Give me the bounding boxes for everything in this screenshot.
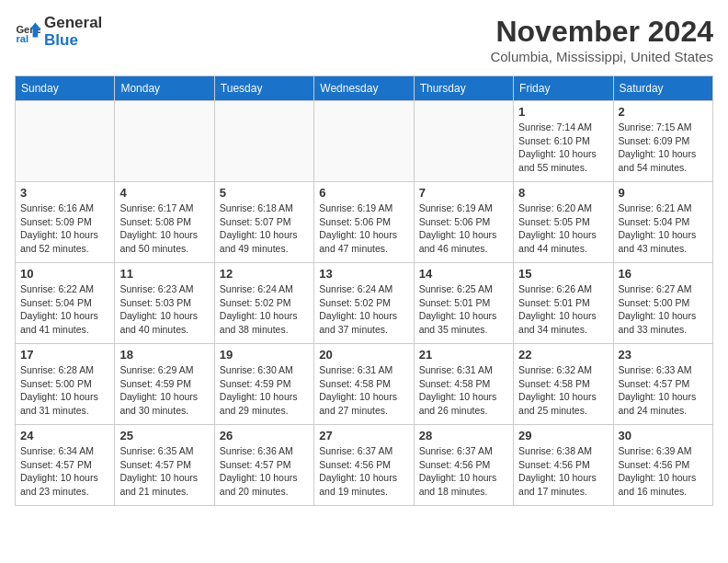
calendar-cell: 29Sunrise: 6:38 AMSunset: 4:56 PMDayligh… bbox=[514, 425, 613, 506]
calendar-cell: 2Sunrise: 7:15 AMSunset: 6:09 PMDaylight… bbox=[613, 101, 712, 182]
calendar-cell: 3Sunrise: 6:16 AMSunset: 5:09 PMDaylight… bbox=[16, 182, 115, 263]
day-number: 28 bbox=[419, 429, 508, 442]
day-info: Sunrise: 6:21 AMSunset: 5:04 PMDaylight:… bbox=[619, 201, 708, 256]
day-info: Sunrise: 6:19 AMSunset: 5:06 PMDaylight:… bbox=[319, 201, 408, 256]
calendar-cell: 5Sunrise: 6:18 AMSunset: 5:07 PMDaylight… bbox=[214, 182, 313, 263]
day-number: 16 bbox=[619, 267, 708, 281]
day-number: 8 bbox=[518, 186, 608, 200]
calendar-cell: 24Sunrise: 6:34 AMSunset: 4:57 PMDayligh… bbox=[16, 425, 115, 506]
day-info: Sunrise: 6:27 AMSunset: 5:00 PMDaylight:… bbox=[619, 282, 708, 337]
week-row: 24Sunrise: 6:34 AMSunset: 4:57 PMDayligh… bbox=[16, 425, 713, 506]
calendar-cell: 15Sunrise: 6:26 AMSunset: 5:01 PMDayligh… bbox=[514, 263, 613, 344]
calendar-cell: 25Sunrise: 6:35 AMSunset: 4:57 PMDayligh… bbox=[115, 425, 214, 506]
day-number: 17 bbox=[20, 348, 109, 362]
calendar-cell bbox=[115, 101, 214, 182]
calendar-cell bbox=[16, 101, 115, 182]
calendar-cell: 19Sunrise: 6:30 AMSunset: 4:59 PMDayligh… bbox=[214, 344, 313, 425]
day-info: Sunrise: 6:33 AMSunset: 4:57 PMDaylight:… bbox=[619, 363, 708, 418]
calendar-cell: 22Sunrise: 6:32 AMSunset: 4:58 PMDayligh… bbox=[514, 344, 613, 425]
day-info: Sunrise: 6:36 AMSunset: 4:57 PMDaylight:… bbox=[220, 444, 309, 499]
week-row: 17Sunrise: 6:28 AMSunset: 5:00 PMDayligh… bbox=[16, 344, 713, 425]
day-number: 7 bbox=[419, 186, 508, 200]
calendar-cell bbox=[314, 101, 414, 182]
calendar: SundayMondayTuesdayWednesdayThursdayFrid… bbox=[15, 75, 713, 506]
calendar-cell: 9Sunrise: 6:21 AMSunset: 5:04 PMDaylight… bbox=[613, 182, 712, 263]
day-of-week-header: Tuesday bbox=[214, 76, 313, 101]
day-info: Sunrise: 7:14 AMSunset: 6:10 PMDaylight:… bbox=[518, 121, 608, 175]
day-number: 15 bbox=[518, 267, 608, 281]
calendar-cell: 23Sunrise: 6:33 AMSunset: 4:57 PMDayligh… bbox=[613, 344, 712, 425]
calendar-cell: 8Sunrise: 6:20 AMSunset: 5:05 PMDaylight… bbox=[514, 182, 613, 263]
day-info: Sunrise: 6:28 AMSunset: 5:00 PMDaylight:… bbox=[20, 363, 109, 418]
svg-text:ral: ral bbox=[16, 33, 28, 44]
day-number: 18 bbox=[119, 348, 209, 362]
day-info: Sunrise: 7:15 AMSunset: 6:09 PMDaylight:… bbox=[619, 121, 708, 175]
calendar-cell: 4Sunrise: 6:17 AMSunset: 5:08 PMDaylight… bbox=[115, 182, 214, 263]
day-number: 2 bbox=[619, 105, 708, 119]
day-info: Sunrise: 6:24 AMSunset: 5:02 PMDaylight:… bbox=[319, 282, 408, 337]
day-number: 3 bbox=[20, 186, 109, 200]
day-info: Sunrise: 6:19 AMSunset: 5:06 PMDaylight:… bbox=[419, 201, 508, 256]
day-info: Sunrise: 6:23 AMSunset: 5:03 PMDaylight:… bbox=[119, 282, 209, 337]
calendar-cell: 14Sunrise: 6:25 AMSunset: 5:01 PMDayligh… bbox=[414, 263, 513, 344]
day-number: 10 bbox=[20, 267, 109, 281]
day-of-week-header: Friday bbox=[514, 76, 613, 101]
day-info: Sunrise: 6:38 AMSunset: 4:56 PMDaylight:… bbox=[518, 444, 608, 499]
calendar-cell: 17Sunrise: 6:28 AMSunset: 5:00 PMDayligh… bbox=[16, 344, 115, 425]
calendar-cell: 27Sunrise: 6:37 AMSunset: 4:56 PMDayligh… bbox=[314, 425, 414, 506]
day-info: Sunrise: 6:32 AMSunset: 4:58 PMDaylight:… bbox=[518, 363, 608, 418]
day-of-week-header: Thursday bbox=[414, 76, 513, 101]
day-number: 6 bbox=[319, 186, 408, 200]
calendar-cell: 26Sunrise: 6:36 AMSunset: 4:57 PMDayligh… bbox=[214, 425, 313, 506]
calendar-cell: 1Sunrise: 7:14 AMSunset: 6:10 PMDaylight… bbox=[514, 101, 613, 182]
day-info: Sunrise: 6:37 AMSunset: 4:56 PMDaylight:… bbox=[319, 444, 408, 499]
day-number: 26 bbox=[220, 429, 309, 442]
day-number: 21 bbox=[419, 348, 508, 362]
day-number: 11 bbox=[119, 267, 209, 281]
day-of-week-header: Monday bbox=[115, 76, 214, 101]
day-info: Sunrise: 6:24 AMSunset: 5:02 PMDaylight:… bbox=[220, 282, 309, 337]
calendar-cell: 18Sunrise: 6:29 AMSunset: 4:59 PMDayligh… bbox=[115, 344, 214, 425]
calendar-cell: 6Sunrise: 6:19 AMSunset: 5:06 PMDaylight… bbox=[314, 182, 414, 263]
calendar-cell: 20Sunrise: 6:31 AMSunset: 4:58 PMDayligh… bbox=[314, 344, 414, 425]
day-number: 4 bbox=[119, 186, 209, 200]
day-info: Sunrise: 6:18 AMSunset: 5:07 PMDaylight:… bbox=[220, 201, 309, 256]
day-info: Sunrise: 6:17 AMSunset: 5:08 PMDaylight:… bbox=[119, 201, 209, 256]
day-info: Sunrise: 6:29 AMSunset: 4:59 PMDaylight:… bbox=[119, 363, 209, 418]
day-of-week-header: Saturday bbox=[613, 76, 712, 101]
day-number: 19 bbox=[220, 348, 309, 362]
logo: Gene ral General Blue bbox=[15, 15, 102, 49]
day-number: 25 bbox=[119, 429, 209, 442]
day-number: 29 bbox=[518, 429, 608, 442]
calendar-cell: 7Sunrise: 6:19 AMSunset: 5:06 PMDaylight… bbox=[414, 182, 513, 263]
calendar-cell: 12Sunrise: 6:24 AMSunset: 5:02 PMDayligh… bbox=[214, 263, 313, 344]
calendar-cell: 13Sunrise: 6:24 AMSunset: 5:02 PMDayligh… bbox=[314, 263, 414, 344]
day-number: 27 bbox=[319, 429, 408, 442]
day-number: 1 bbox=[518, 105, 608, 119]
calendar-cell: 21Sunrise: 6:31 AMSunset: 4:58 PMDayligh… bbox=[414, 344, 513, 425]
day-number: 22 bbox=[518, 348, 608, 362]
day-of-week-header: Sunday bbox=[16, 76, 115, 101]
day-info: Sunrise: 6:16 AMSunset: 5:09 PMDaylight:… bbox=[20, 201, 109, 256]
title-area: November 2024 Columbia, Mississippi, Uni… bbox=[490, 15, 713, 64]
day-info: Sunrise: 6:26 AMSunset: 5:01 PMDaylight:… bbox=[518, 282, 608, 337]
week-row: 1Sunrise: 7:14 AMSunset: 6:10 PMDaylight… bbox=[16, 101, 713, 182]
calendar-cell: 11Sunrise: 6:23 AMSunset: 5:03 PMDayligh… bbox=[115, 263, 214, 344]
logo-line2: Blue bbox=[44, 32, 102, 50]
calendar-cell: 30Sunrise: 6:39 AMSunset: 4:56 PMDayligh… bbox=[613, 425, 712, 506]
day-info: Sunrise: 6:31 AMSunset: 4:58 PMDaylight:… bbox=[419, 363, 508, 418]
day-info: Sunrise: 6:31 AMSunset: 4:58 PMDaylight:… bbox=[319, 363, 408, 418]
month-title: November 2024 bbox=[490, 15, 713, 49]
day-info: Sunrise: 6:22 AMSunset: 5:04 PMDaylight:… bbox=[20, 282, 109, 337]
logo-line1: General bbox=[44, 15, 102, 32]
day-of-week-header: Wednesday bbox=[314, 76, 414, 101]
day-number: 13 bbox=[319, 267, 408, 281]
day-info: Sunrise: 6:30 AMSunset: 4:59 PMDaylight:… bbox=[220, 363, 309, 418]
day-info: Sunrise: 6:34 AMSunset: 4:57 PMDaylight:… bbox=[20, 444, 109, 499]
week-row: 3Sunrise: 6:16 AMSunset: 5:09 PMDaylight… bbox=[16, 182, 713, 263]
calendar-cell: 10Sunrise: 6:22 AMSunset: 5:04 PMDayligh… bbox=[16, 263, 115, 344]
calendar-cell bbox=[214, 101, 313, 182]
calendar-cell bbox=[414, 101, 513, 182]
day-info: Sunrise: 6:20 AMSunset: 5:05 PMDaylight:… bbox=[518, 201, 608, 256]
day-number: 12 bbox=[220, 267, 309, 281]
